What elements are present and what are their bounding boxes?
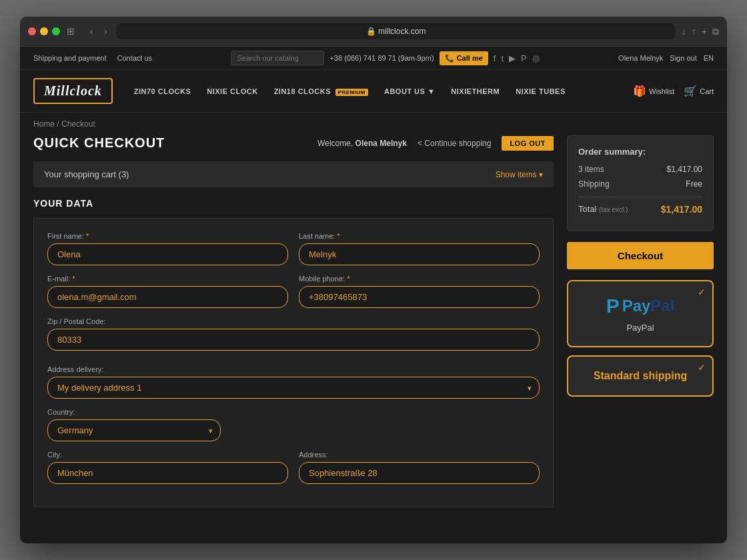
country-select[interactable]: Germany bbox=[47, 419, 221, 441]
city-group: City: bbox=[47, 451, 288, 484]
call-me-button[interactable]: 📞 Call me bbox=[440, 51, 488, 65]
wishlist-icon: 🎁 bbox=[633, 85, 646, 97]
checkout-button[interactable]: Checkout bbox=[567, 242, 714, 269]
phone-icon: 📞 bbox=[445, 54, 454, 63]
nav-right: 🎁 Wishlist 🛒 Cart bbox=[633, 85, 714, 97]
facebook-icon[interactable]: f bbox=[494, 53, 496, 63]
maximize-dot[interactable] bbox=[52, 27, 60, 35]
social-icons: f t ▶ P ◎ bbox=[494, 53, 540, 63]
cart-bar: Your shopping cart (3) Show items ▾ bbox=[33, 161, 554, 187]
last-name-input[interactable] bbox=[299, 243, 540, 265]
address-delivery-row: Address delivery: My delivery address 1 … bbox=[47, 365, 540, 399]
cart-icon: 🛒 bbox=[684, 85, 697, 97]
forward-button[interactable]: › bbox=[101, 25, 111, 38]
required-marker: * bbox=[86, 232, 89, 240]
cart-bar-left: Your shopping cart (3) bbox=[44, 169, 129, 179]
new-tab-icon: + bbox=[702, 26, 707, 37]
close-dot[interactable] bbox=[28, 27, 36, 35]
sidebar-toggle-button[interactable]: ⊞ bbox=[67, 26, 75, 37]
paypal-logo: P PayPal bbox=[582, 295, 699, 317]
mobile-label: Mobile phone: * bbox=[299, 275, 540, 283]
tabs-icon: ⧉ bbox=[712, 26, 719, 37]
url-bar[interactable] bbox=[117, 23, 674, 39]
download-icon: ↓ bbox=[682, 26, 686, 37]
share-icon: ↑ bbox=[692, 26, 696, 37]
user-name-top: Olena Melnyk bbox=[618, 54, 663, 62]
address-delivery-label: Address delivery: bbox=[47, 365, 540, 373]
nav-zin70[interactable]: ZIN70 CLOCKS bbox=[126, 75, 199, 107]
required-marker: * bbox=[337, 232, 339, 240]
nav-links: ZIN70 CLOCKS NIXIE CLOCK ZIN18 CLOCKS PR… bbox=[126, 75, 634, 107]
breadcrumb-home[interactable]: Home bbox=[33, 119, 55, 129]
instagram-icon[interactable]: ◎ bbox=[532, 53, 540, 63]
top-bar-right: Olena Melnyk Sign out EN bbox=[618, 54, 714, 62]
welcome-text: Welcome, Olena Melnyk bbox=[317, 139, 407, 148]
continue-shopping-link[interactable]: < Continue shopping bbox=[418, 139, 491, 148]
email-input[interactable] bbox=[47, 286, 288, 308]
browser-actions: ↓ ↑ + ⧉ bbox=[682, 26, 719, 37]
address-group: Address: bbox=[299, 451, 540, 484]
logo[interactable]: Millclock bbox=[33, 78, 113, 104]
zip-label: Zip / Postal Code: bbox=[47, 317, 540, 325]
city-input[interactable] bbox=[47, 462, 288, 484]
phone-number: +38 (066) 741 89 71 (9am-9pm) bbox=[329, 54, 434, 62]
nav-nixie[interactable]: NIXIE CLOCK bbox=[199, 75, 265, 107]
first-name-group: First name: * bbox=[47, 232, 288, 265]
contact-link[interactable]: Contact us bbox=[117, 54, 152, 62]
twitter-icon[interactable]: t bbox=[501, 53, 504, 63]
shipping-card[interactable]: ✓ Standard shipping bbox=[567, 355, 714, 397]
show-items-button[interactable]: Show items ▾ bbox=[496, 170, 543, 179]
pinterest-icon[interactable]: P bbox=[521, 53, 527, 63]
main-content: QUICK CHECKOUT Welcome, Olena Melnyk < C… bbox=[20, 135, 727, 521]
items-row: 3 items $1,417.00 bbox=[578, 165, 702, 174]
search-input[interactable] bbox=[231, 51, 324, 65]
breadcrumb: Home / Checkout bbox=[20, 113, 727, 135]
address-delivery-group: Address delivery: My delivery address 1 … bbox=[47, 365, 540, 399]
language-selector[interactable]: EN bbox=[704, 54, 714, 62]
address-input[interactable] bbox=[299, 462, 540, 484]
nav-about[interactable]: ABOUT US ▼ bbox=[376, 75, 443, 107]
form-container: First name: * Last name: * bbox=[33, 218, 554, 507]
shipping-value: Free bbox=[686, 179, 702, 189]
items-value: $1,417.00 bbox=[667, 165, 702, 174]
minimize-dot[interactable] bbox=[40, 27, 48, 35]
wishlist-button[interactable]: 🎁 Wishlist bbox=[633, 85, 674, 97]
back-button[interactable]: ‹ bbox=[87, 25, 97, 38]
address-delivery-select[interactable]: My delivery address 1 bbox=[47, 377, 540, 399]
city-address-row: City: Address: bbox=[47, 451, 540, 484]
welcome-name: Olena Melnyk bbox=[355, 139, 407, 148]
country-wrapper: Germany ▾ bbox=[47, 419, 221, 441]
section-title: YOUR DATA bbox=[33, 198, 554, 209]
right-column: Order summary: 3 items $1,417.00 Shippin… bbox=[567, 135, 714, 507]
cart-button[interactable]: 🛒 Cart bbox=[684, 85, 714, 97]
country-label: Country: bbox=[47, 408, 221, 416]
checkout-header: QUICK CHECKOUT Welcome, Olena Melnyk < C… bbox=[33, 135, 554, 151]
premium-badge: PREMIUM bbox=[335, 89, 368, 96]
total-value: $1,417.00 bbox=[661, 204, 702, 215]
shipping-row: Shipping Free bbox=[578, 179, 702, 189]
first-name-label: First name: * bbox=[47, 232, 288, 240]
last-name-group: Last name: * bbox=[299, 232, 540, 265]
name-row: First name: * Last name: * bbox=[47, 232, 540, 265]
paypal-label: PayPal bbox=[582, 323, 699, 333]
zip-row: Zip / Postal Code: bbox=[47, 317, 540, 351]
sign-out-link[interactable]: Sign out bbox=[670, 54, 696, 62]
youtube-icon[interactable]: ▶ bbox=[509, 53, 516, 63]
paypal-card[interactable]: ✓ P PayPal PayPal bbox=[567, 280, 714, 347]
mobile-input[interactable] bbox=[299, 286, 540, 308]
shipping-payment-link[interactable]: Shipping and payment bbox=[33, 54, 106, 62]
top-bar-left: Shipping and payment Contact us bbox=[33, 54, 152, 62]
zip-input[interactable] bbox=[47, 329, 540, 351]
nav-nixietubes[interactable]: NIXIE TUBES bbox=[508, 75, 574, 107]
tax-excl: (tax excl.) bbox=[599, 206, 628, 213]
shipping-label: Standard shipping bbox=[582, 370, 699, 382]
first-name-input[interactable] bbox=[47, 243, 288, 265]
items-label: 3 items bbox=[578, 165, 604, 174]
country-group: Country: Germany ▾ bbox=[47, 408, 221, 441]
paypal-text: PayPal bbox=[622, 297, 675, 315]
address-delivery-wrapper: My delivery address 1 ▾ bbox=[47, 377, 540, 399]
nav-zin18[interactable]: ZIN18 CLOCKS PREMIUM bbox=[266, 75, 376, 107]
nav-nixietherm[interactable]: NIXIETHERM bbox=[443, 75, 508, 107]
city-label: City: bbox=[47, 451, 288, 459]
logout-button[interactable]: LOG OUT bbox=[502, 136, 554, 151]
